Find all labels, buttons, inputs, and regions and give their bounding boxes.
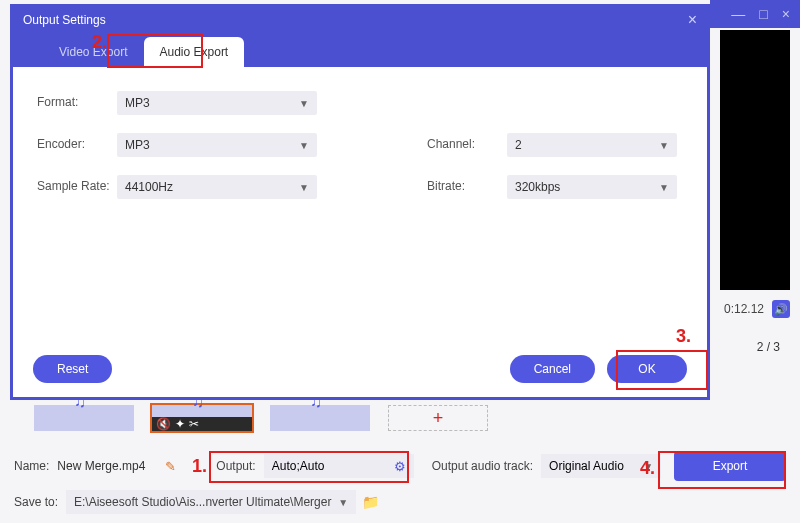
track-label: Output audio track:	[432, 459, 535, 473]
preview-panel	[720, 30, 790, 290]
clip-thumb[interactable]: ♫	[270, 405, 370, 431]
clip-thumb[interactable]: ♫	[34, 405, 134, 431]
clip-thumbnails: ♫ ♫🔇✦✂ ♫ +	[34, 405, 488, 431]
chevron-down-icon: ▼	[659, 182, 669, 193]
output-select[interactable]: Auto;Auto ⚙	[264, 454, 414, 478]
app-close-icon[interactable]: ×	[782, 6, 790, 22]
encoder-label: Encoder:	[37, 133, 117, 157]
channel-select[interactable]: 2▼	[507, 133, 677, 157]
edit-name-icon[interactable]: ✎	[165, 459, 176, 474]
saveto-select[interactable]: E:\Aiseesoft Studio\Ais...nverter Ultima…	[66, 490, 356, 514]
reset-button[interactable]: Reset	[33, 355, 112, 383]
chevron-down-icon: ▼	[659, 140, 669, 151]
samplerate-label: Sample Rate:	[37, 175, 117, 199]
dialog-title: Output Settings	[23, 13, 106, 27]
pager: 2 / 3	[757, 340, 780, 354]
chevron-down-icon: ▼	[299, 98, 309, 109]
samplerate-value: 44100Hz	[125, 180, 173, 194]
samplerate-select[interactable]: 44100Hz▼	[117, 175, 317, 199]
cut-icon[interactable]: ✂	[189, 417, 199, 431]
chevron-down-icon: ▼	[299, 182, 309, 193]
annotation-num-3: 3.	[676, 326, 691, 347]
gear-icon[interactable]: ⚙	[394, 459, 406, 474]
annotation-num-2: 2.	[92, 32, 107, 53]
clip-thumb-selected[interactable]: ♫🔇✦✂	[152, 405, 252, 431]
format-select[interactable]: MP3▼	[117, 91, 317, 115]
open-folder-icon[interactable]: 📁	[362, 494, 379, 510]
name-value: New Merge.mp4	[57, 459, 159, 473]
name-label: Name:	[14, 459, 51, 473]
channel-value: 2	[515, 138, 522, 152]
format-label: Format:	[37, 91, 117, 115]
volume-icon[interactable]: 🔊	[772, 300, 790, 318]
preview-timecode: 0:12.12 🔊	[724, 300, 790, 318]
app-minimize-icon[interactable]: —	[731, 6, 745, 22]
export-button[interactable]: Export	[674, 451, 786, 481]
annotation-num-1: 1.	[192, 456, 207, 477]
saveto-value: E:\Aiseesoft Studio\Ais...nverter Ultima…	[74, 495, 331, 509]
cancel-button[interactable]: Cancel	[510, 355, 595, 383]
mute-icon[interactable]: 🔇	[156, 417, 171, 431]
format-value: MP3	[125, 96, 150, 110]
channel-label: Channel:	[427, 133, 507, 157]
star-icon[interactable]: ✦	[175, 417, 185, 431]
output-value: Auto;Auto	[272, 459, 325, 473]
output-settings-dialog: Output Settings × Video Export Audio Exp…	[10, 4, 710, 400]
track-value: Original Audio	[549, 459, 624, 473]
saveto-label: Save to:	[14, 495, 60, 509]
chevron-down-icon: ▼	[299, 140, 309, 151]
output-label: Output:	[216, 459, 257, 473]
encoder-value: MP3	[125, 138, 150, 152]
encoder-select[interactable]: MP3▼	[117, 133, 317, 157]
tab-audio-export[interactable]: Audio Export	[144, 37, 245, 67]
annotation-num-4: 4.	[640, 458, 655, 479]
bitrate-value: 320kbps	[515, 180, 560, 194]
bitrate-select[interactable]: 320kbps▼	[507, 175, 677, 199]
chevron-down-icon: ▼	[338, 497, 348, 508]
time-value: 0:12.12	[724, 302, 764, 316]
bitrate-label: Bitrate:	[427, 175, 507, 199]
app-maximize-icon[interactable]: □	[759, 6, 767, 22]
add-clip-button[interactable]: +	[388, 405, 488, 431]
close-icon[interactable]: ×	[688, 11, 697, 29]
ok-button[interactable]: OK	[607, 355, 687, 383]
